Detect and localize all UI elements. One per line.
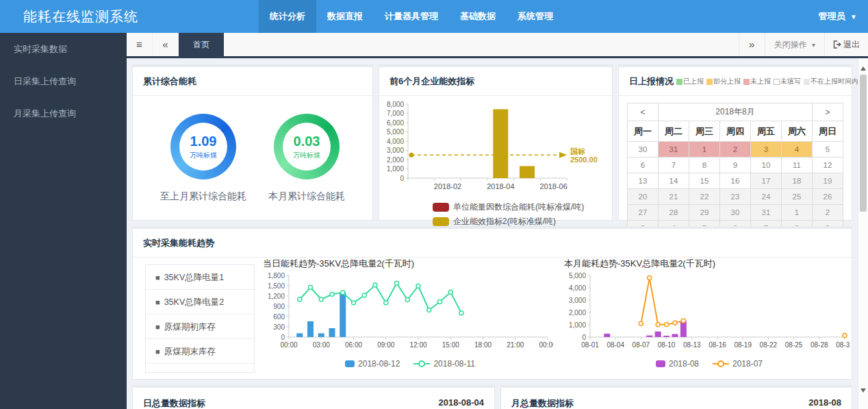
calendar-day-cell[interactable]: 7 <box>659 158 689 173</box>
svg-text:1,000: 1,000 <box>569 321 586 329</box>
calendar-day-cell[interactable]: 3 <box>751 142 782 158</box>
nav-item-系统管理[interactable]: 系统管理 <box>507 0 564 33</box>
calendar-week-row: 20212223242526 <box>628 189 843 205</box>
calendar-day-cell[interactable]: 11 <box>782 158 813 173</box>
user-name: 管理员 <box>818 11 845 21</box>
calendar-day-cell[interactable]: 5 <box>813 142 843 158</box>
chart-legend-item[interactable]: 2018-07 <box>713 359 763 369</box>
calendar-day-cell[interactable]: 22 <box>689 189 720 205</box>
svg-text:3,000: 3,000 <box>569 297 586 304</box>
sidebar-toggle-button[interactable]: ≡ <box>127 33 153 56</box>
calendar-day-cell[interactable]: 20 <box>628 189 659 205</box>
svg-text:2018-02: 2018-02 <box>434 182 461 190</box>
sidebar-item[interactable]: 实时采集数据 <box>0 33 127 65</box>
gauge-label: 本月累计综合能耗 <box>268 190 345 203</box>
logout-button[interactable]: 退出 <box>824 33 868 56</box>
calendar-day-cell[interactable]: 13 <box>628 173 659 189</box>
calendar-day-cell[interactable]: 16 <box>720 173 751 189</box>
calendar-day-cell[interactable]: 30 <box>628 142 659 158</box>
gauge-value: 1.09 <box>190 134 217 149</box>
nav-item-统计分析[interactable]: 统计分析 <box>259 0 316 33</box>
calendar-day-cell[interactable]: 23 <box>720 189 751 205</box>
calendar-day-cell[interactable]: 28 <box>659 205 689 221</box>
scrollbar-thumb[interactable] <box>860 75 867 212</box>
sidebar-item[interactable]: 日采集上传查询 <box>0 65 127 97</box>
chart-legend-item[interactable]: 2018-08-12 <box>345 359 400 369</box>
tab-home[interactable]: 首页 <box>179 33 224 56</box>
calendar-day-cell[interactable]: 6 <box>628 158 659 173</box>
calendar-day-cell[interactable]: 9 <box>720 158 751 173</box>
calendar-day-cell[interactable]: 15 <box>689 173 720 189</box>
hamburger-icon: ≡ <box>136 38 142 50</box>
monthly-trend-block: 本月能耗趋势-35KV总降电量2(千瓦时) 01,0002,0003,0004,… <box>564 258 854 369</box>
calendar-weekday: 周一 <box>628 121 659 142</box>
calendar-day-cell[interactable]: 21 <box>659 189 689 205</box>
legend-label: 部分上报 <box>713 77 741 86</box>
card-title: 日总量数据指标 <box>143 398 205 408</box>
daily-chart-svg: 03006009001,2001,5001,80000:0003:0006:00… <box>263 271 553 351</box>
calendar-day-cell[interactable]: 31 <box>659 142 689 158</box>
calendar-next-button[interactable]: > <box>813 103 843 121</box>
svg-text:1,500: 1,500 <box>268 282 285 290</box>
meter-list-item[interactable]: ■原煤期初库存 <box>146 314 254 339</box>
svg-text:08-31: 08-31 <box>836 341 850 349</box>
chart-legend-item[interactable]: 2018-08-11 <box>413 359 475 369</box>
calendar-day-cell[interactable]: 2 <box>813 205 843 221</box>
meter-list-empty-row <box>146 364 254 372</box>
calendar-day-cell[interactable]: 17 <box>751 173 782 189</box>
tabs-scroll-right-button[interactable]: » <box>739 33 765 56</box>
svg-text:08-13: 08-13 <box>683 341 701 349</box>
card-efficiency-chart: 前6个月企业能效指标 01,0002,0003,0004,0005,0006,0… <box>379 64 613 221</box>
calendar-prev-button[interactable]: < <box>628 103 659 121</box>
daily-trend-legend: 2018-08-122018-08-11 <box>263 359 557 369</box>
user-menu[interactable]: 管理员 ▼ <box>818 0 857 34</box>
nav-item-计量器具管理[interactable]: 计量器具管理 <box>374 0 449 33</box>
calendar-day-cell[interactable]: 24 <box>751 189 782 205</box>
calendar-day-cell[interactable]: 8 <box>689 158 720 173</box>
calendar-day-cell[interactable]: 14 <box>659 173 689 189</box>
chart-legend-item[interactable]: 2018-08 <box>656 359 699 369</box>
meter-list-item[interactable]: ■原煤期末库存 <box>146 339 254 364</box>
meter-label: 原煤期初库存 <box>164 322 216 332</box>
calendar-day-cell[interactable]: 27 <box>628 205 659 221</box>
sidebar-item[interactable]: 月采集上传查询 <box>0 97 127 129</box>
chart-legend-item[interactable]: 单位能量因数综合能耗(吨标准煤/吨) <box>433 200 612 214</box>
monthly-trend-chart: 01,0002,0003,0004,0005,00008-0108-0408-0… <box>564 271 854 354</box>
scroll-up-arrow-icon[interactable] <box>860 64 866 71</box>
meter-list-item[interactable]: ■35KV总降电量2 <box>146 290 254 314</box>
calendar-day-cell[interactable]: 25 <box>782 189 813 205</box>
calendar-day-cell[interactable]: 1 <box>689 142 720 158</box>
calendar-day-cell[interactable]: 18 <box>782 173 813 189</box>
chevron-down-icon: ▼ <box>850 13 857 21</box>
calendar-day-cell[interactable]: 10 <box>751 158 782 173</box>
calendar-day-cell[interactable]: 30 <box>720 205 751 221</box>
gauge-last-month: 1.09 万吨标煤 至上月累计综合能耗 <box>160 114 246 203</box>
legend-swatch <box>804 79 810 85</box>
gauge-this-month: 0.03 万吨标煤 本月累计综合能耗 <box>268 114 345 203</box>
svg-text:08-19: 08-19 <box>734 341 752 349</box>
calendar-weekday: 周二 <box>659 121 689 142</box>
scroll-down-arrow-icon[interactable] <box>860 388 866 395</box>
svg-text:5,000: 5,000 <box>569 272 586 280</box>
calendar-day-cell[interactable]: 1 <box>782 205 813 221</box>
calendar-day-cell[interactable]: 2 <box>720 142 751 158</box>
nav-item-数据直报[interactable]: 数据直报 <box>316 0 374 33</box>
svg-text:21:00: 21:00 <box>507 341 524 349</box>
meter-list-item[interactable]: ■35KV总降电量1 <box>146 265 254 290</box>
svg-text:00:00: 00:00 <box>539 341 553 349</box>
calendar-day-cell[interactable]: 12 <box>813 158 843 173</box>
calendar-day-cell[interactable]: 4 <box>782 142 813 158</box>
double-chevron-left-icon: « <box>162 38 168 50</box>
card-title: 实时采集能耗趋势 <box>133 229 852 258</box>
calendar-day-cell[interactable]: 26 <box>813 189 843 205</box>
calendar-week-row: 13141516171819 <box>628 173 843 189</box>
nav-item-基础数据[interactable]: 基础数据 <box>449 0 507 33</box>
card-realtime-trends: 实时采集能耗趋势 ■35KV总降电量1■35KV总降电量2■原煤期初库存■原煤期… <box>132 226 852 380</box>
calendar-day-cell[interactable]: 31 <box>751 205 782 221</box>
card-daily-report: 日上报情况 已上报部分上报未上报未填写不在上报时间内 < 2018年8月 > 周… <box>618 64 852 221</box>
tabs-scroll-left-button[interactable]: « <box>153 33 179 56</box>
calendar-day-cell[interactable]: 19 <box>813 173 843 189</box>
close-operations-dropdown[interactable]: 关闭操作 ▾ <box>765 33 824 56</box>
calendar-month-label: 2018年8月 <box>659 103 813 121</box>
calendar-day-cell[interactable]: 29 <box>689 205 720 221</box>
